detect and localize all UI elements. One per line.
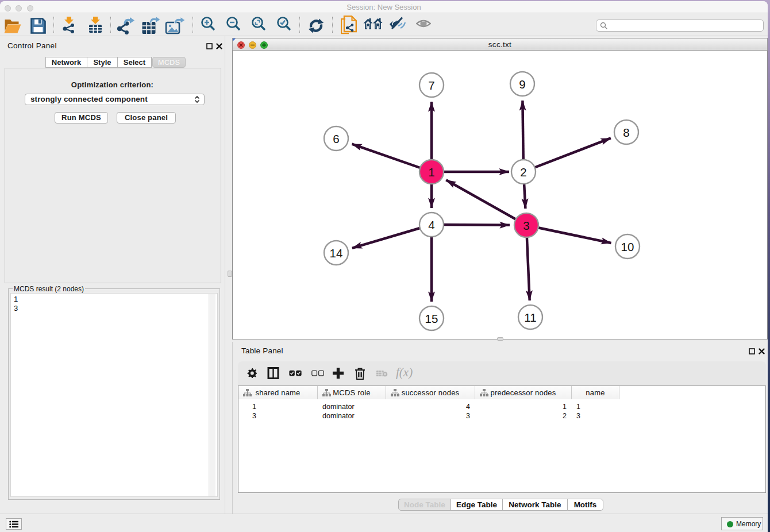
svg-text:15: 15 xyxy=(425,312,438,325)
svg-text:4: 4 xyxy=(428,218,434,232)
svg-text:10: 10 xyxy=(621,240,634,253)
svg-text:14: 14 xyxy=(330,246,343,260)
svg-text:6: 6 xyxy=(333,132,339,145)
svg-text:2: 2 xyxy=(520,165,526,179)
svg-text:11: 11 xyxy=(524,311,536,324)
svg-text:7: 7 xyxy=(428,79,434,92)
svg-text:8: 8 xyxy=(623,126,629,139)
svg-text:1: 1 xyxy=(428,165,434,179)
svg-text:9: 9 xyxy=(519,78,525,91)
svg-text:3: 3 xyxy=(523,219,529,232)
